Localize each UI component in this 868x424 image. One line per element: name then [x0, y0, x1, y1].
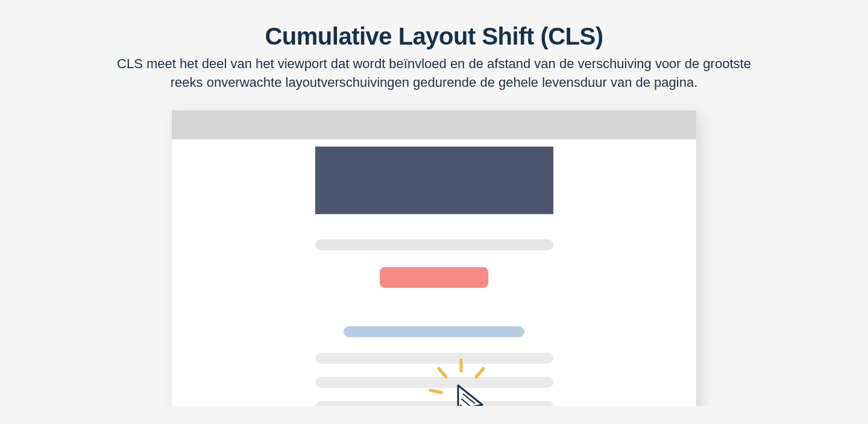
page-description: CLS meet het deel van het viewport dat w…	[102, 55, 766, 92]
mockup-text-line	[315, 353, 553, 364]
mockup-text-line	[315, 377, 553, 388]
mockup-header-bar	[172, 110, 696, 139]
page-mockup	[172, 110, 696, 406]
mockup-text-line	[315, 401, 553, 406]
mockup-caption-bar	[315, 239, 553, 250]
page-title: Cumulative Layout Shift (CLS)	[265, 23, 603, 50]
mockup-subheading	[344, 326, 524, 337]
mockup-hero-block	[315, 147, 553, 214]
mockup-action-button	[380, 267, 488, 288]
diagram-container: Cumulative Layout Shift (CLS) CLS meet h…	[18, 18, 850, 406]
page-mockup-wrapper	[172, 110, 696, 406]
